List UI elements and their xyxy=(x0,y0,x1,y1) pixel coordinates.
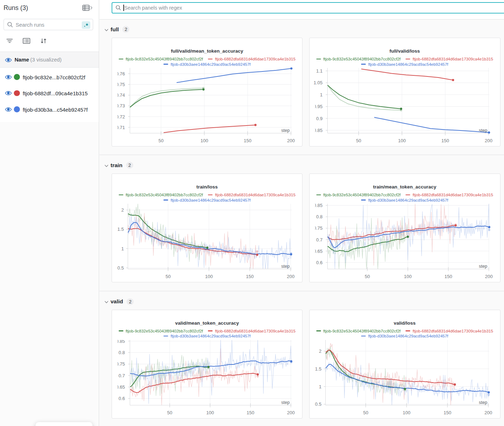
svg-text:1.5: 1.5 xyxy=(117,227,124,232)
svg-text:200: 200 xyxy=(287,274,295,279)
svg-text:200: 200 xyxy=(287,410,295,415)
svg-text:0.7: 0.7 xyxy=(118,373,125,378)
svg-text:0.6: 0.6 xyxy=(316,260,322,265)
svg-text:step: step xyxy=(281,264,290,269)
svg-text:step: step xyxy=(281,128,290,133)
svg-text:50: 50 xyxy=(159,138,163,143)
svg-text:150: 150 xyxy=(247,410,254,415)
svg-text:150: 150 xyxy=(444,410,451,415)
svg-text:0.5: 0.5 xyxy=(117,265,124,271)
svg-text:0.65: 0.65 xyxy=(116,384,125,390)
svg-text:0.75: 0.75 xyxy=(116,82,125,87)
svg-text:1: 1 xyxy=(319,384,321,389)
svg-text:step: step xyxy=(479,400,487,405)
svg-text:50: 50 xyxy=(363,410,368,415)
svg-text:50: 50 xyxy=(356,138,361,143)
svg-text:200: 200 xyxy=(484,410,492,415)
svg-text:0.6: 0.6 xyxy=(118,396,125,401)
svg-text:0.8: 0.8 xyxy=(316,214,322,219)
svg-text:1.05: 1.05 xyxy=(313,80,322,85)
svg-text:100: 100 xyxy=(200,138,208,143)
svg-text:50: 50 xyxy=(166,274,171,279)
svg-text:150: 150 xyxy=(444,274,452,279)
svg-text:1: 1 xyxy=(121,246,124,251)
svg-text:0.9: 0.9 xyxy=(316,116,322,121)
svg-text:0.95: 0.95 xyxy=(313,104,322,109)
svg-text:1.1: 1.1 xyxy=(316,68,322,74)
svg-text:0.85: 0.85 xyxy=(313,128,322,133)
svg-text:100: 100 xyxy=(403,410,411,415)
svg-text:0.74: 0.74 xyxy=(116,92,125,98)
svg-text:150: 150 xyxy=(246,274,254,279)
svg-text:1: 1 xyxy=(320,92,322,97)
svg-text:0.7: 0.7 xyxy=(316,237,322,243)
svg-text:0.75: 0.75 xyxy=(116,361,125,367)
svg-text:step: step xyxy=(281,400,290,405)
svg-text:100: 100 xyxy=(205,274,213,279)
svg-text:0.5: 0.5 xyxy=(315,401,321,407)
svg-text:200: 200 xyxy=(485,274,493,279)
svg-text:50: 50 xyxy=(167,410,172,415)
svg-text:0.71: 0.71 xyxy=(116,125,125,130)
svg-text:100: 100 xyxy=(404,274,412,279)
svg-text:50: 50 xyxy=(365,274,370,279)
svg-text:150: 150 xyxy=(244,138,252,143)
svg-text:100: 100 xyxy=(206,410,214,415)
svg-text:100: 100 xyxy=(398,138,406,143)
svg-text:0.85: 0.85 xyxy=(116,338,125,344)
svg-text:0.85: 0.85 xyxy=(313,203,322,208)
svg-text:200: 200 xyxy=(484,138,492,143)
svg-text:0.76: 0.76 xyxy=(116,71,125,76)
svg-text:0.75: 0.75 xyxy=(313,225,322,231)
svg-text:0.72: 0.72 xyxy=(116,114,125,119)
svg-text:1.5: 1.5 xyxy=(315,366,321,371)
svg-text:2: 2 xyxy=(121,207,124,213)
svg-text:2: 2 xyxy=(319,348,321,354)
svg-text:step: step xyxy=(479,264,487,269)
svg-text:150: 150 xyxy=(441,138,449,143)
svg-text:0.8: 0.8 xyxy=(118,350,125,355)
svg-text:0.73: 0.73 xyxy=(116,103,125,108)
svg-text:0.65: 0.65 xyxy=(313,249,322,254)
svg-text:200: 200 xyxy=(287,138,295,143)
